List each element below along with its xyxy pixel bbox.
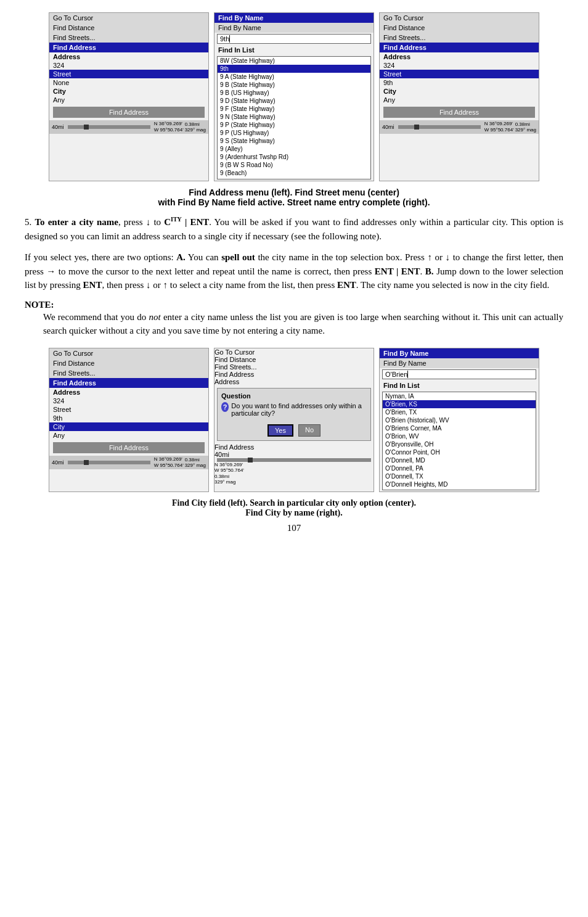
find-distance-bot-center[interactable]: Find Distance	[214, 356, 374, 363]
find-streets-bot-left[interactable]: Find Streets...	[49, 368, 208, 378]
list-item-9alley[interactable]: 9 (Alley)	[218, 145, 370, 153]
city-obrion-wv[interactable]: O'Brion, WV	[383, 432, 536, 440]
city-nyman[interactable]: Nyman, IA	[383, 392, 536, 400]
find-address-btn-bot-center[interactable]: Find Address	[214, 443, 374, 451]
scale-left-top-right: 40mi	[382, 124, 394, 130]
city-obryonsville[interactable]: O'Bryonsville, OH	[383, 440, 536, 448]
find-by-name-row-center: Find By Name	[214, 23, 374, 33]
search-input-center[interactable]: 9th	[217, 34, 371, 44]
yes-button[interactable]: Yes	[267, 424, 293, 437]
coords-top-left: N 36°09.269' W 95°50.764'	[154, 121, 184, 133]
cursor-city	[407, 371, 408, 378]
list-item-9f[interactable]: 9 F (State Highway)	[218, 105, 370, 113]
list-item-9d[interactable]: 9 D (State Highway)	[218, 97, 370, 105]
scale-left-top-left: 40mi	[52, 124, 64, 130]
scale-mi-bot-center: 0.38mi 329° mag	[214, 474, 374, 485]
goto-cursor-top-left[interactable]: Go To Cursor	[49, 13, 208, 23]
list-item-9p-state[interactable]: 9 P (State Highway)	[218, 121, 370, 129]
city-list-box[interactable]: Nyman, IA O'Brien, KS O'Brien, TX O'Brie…	[382, 392, 536, 490]
city-odonnell-heights[interactable]: O'Donnell Heights, MD	[383, 480, 536, 488]
find-distance-top-right[interactable]: Find Distance	[380, 23, 539, 33]
find-streets-top-left[interactable]: Find Streets...	[49, 33, 208, 43]
scale-mi-top-right: 0.38mi 329° mag	[515, 121, 536, 133]
list-item-9ardenhurst[interactable]: 9 (Ardenhurst Twshp Rd)	[218, 153, 370, 161]
city-input-value: O'Brien	[385, 371, 407, 378]
list-item-9bws[interactable]: 9 (B W S Road No)	[218, 161, 370, 169]
input-value-center: 9th	[220, 35, 229, 43]
caption-top-line1: Find Address menu (left). Find Street me…	[25, 187, 563, 197]
find-streets-top-right[interactable]: Find Streets...	[380, 33, 539, 43]
no-button[interactable]: No	[298, 424, 321, 437]
p1-city-ent: CITY | ENT	[164, 217, 209, 227]
9th-value-top-right: 9th	[380, 78, 539, 87]
list-item-9n[interactable]: 9 N (State Highway)	[218, 113, 370, 121]
street-label-top-right: Street	[380, 70, 539, 78]
city-odonnell-md[interactable]: O'Donnell, MD	[383, 456, 536, 464]
address-label-bot-left: Address	[49, 388, 208, 397]
city-odonnell-tx[interactable]: O'Donnell, TX	[383, 472, 536, 480]
find-address-header-bot-left: Find Address	[49, 378, 208, 388]
city-obriens-corner[interactable]: O'Briens Corner, MA	[383, 424, 536, 432]
p2-ent3: ENT	[337, 280, 356, 290]
question-icon: ?	[221, 402, 229, 412]
find-by-name-header-center: Find By Name	[214, 13, 374, 23]
list-item-9b-state[interactable]: 9 B (State Highway)	[218, 81, 370, 89]
list-item-9a[interactable]: 9 A (State Highway)	[218, 73, 370, 81]
slider-top-left	[68, 125, 150, 129]
map-bar-top-right: 40mi N 36°09.269' W 95°50.764' 0.38mi 32…	[380, 120, 539, 134]
slider-top-right	[398, 125, 481, 129]
question-box: Question ? Do you want to find addresses…	[217, 388, 371, 441]
9th-value-bot-left: 9th	[49, 414, 208, 422]
find-by-name-header-bot-right: Find By Name	[380, 348, 539, 358]
find-address-btn-bot-left[interactable]: Find Address	[53, 442, 205, 453]
note-not: not	[149, 312, 161, 322]
street-list-center[interactable]: 8W (State Highway) 9th 9 A (State Highwa…	[217, 56, 371, 179]
address-label-top-left: Address	[49, 52, 208, 61]
address-label-top-right: Address	[380, 52, 539, 61]
p1-bold: To enter a city name	[35, 217, 118, 227]
caption-bottom: Find City field (left). Search in partic…	[25, 498, 563, 518]
list-item-9th[interactable]: 9th	[218, 65, 370, 73]
caption-bottom-line2: Find City by name (right).	[25, 508, 563, 518]
coords-top-right: N 36°09.269' W 95°50.764'	[484, 121, 514, 133]
address-value-bot-left: 324	[49, 397, 208, 405]
page-number: 107	[25, 523, 563, 533]
city-label-top-right: City	[380, 87, 539, 96]
any-value-top-right: Any	[380, 96, 539, 104]
p2-ent2: ENT	[83, 280, 102, 290]
find-streets-bot-center[interactable]: Find Streets...	[214, 363, 374, 371]
city-ofallon-il[interactable]: O'Fallon, IL	[383, 488, 536, 490]
city-obrien-hist-wv[interactable]: O'Brien (historical), WV	[383, 416, 536, 424]
find-address-btn-top-left[interactable]: Find Address	[53, 107, 205, 118]
city-search-input[interactable]: O'Brien	[382, 369, 536, 379]
address-value-top-right: 324	[380, 61, 539, 70]
goto-cursor-bot-center[interactable]: Go To Cursor	[214, 348, 374, 356]
list-item-9beach[interactable]: 9 (Beach)	[218, 169, 370, 177]
caption-bottom-line1: Find City field (left). Search in partic…	[25, 498, 563, 508]
city-obrien-tx[interactable]: O'Brien, TX	[383, 408, 536, 416]
slider-bot-left	[68, 461, 150, 464]
list-item-8w[interactable]: 8W (State Highway)	[218, 57, 370, 65]
coord-n-top-left: N 36°09.269'	[154, 121, 184, 127]
list-item-9b-us[interactable]: 9 B (US Highway)	[218, 89, 370, 97]
find-in-list-label-center: Find In List	[214, 45, 374, 55]
find-address-header-top-right: Find Address	[380, 43, 539, 52]
goto-cursor-top-right[interactable]: Go To Cursor	[380, 13, 539, 23]
address-value-top-left: 324	[49, 61, 208, 70]
any-value-top-left: Any	[49, 96, 208, 104]
find-distance-bot-left[interactable]: Find Distance	[49, 358, 208, 368]
map-bar-bot-center: 40mi N 36°09.269' W 95°50.764' 0.38mi 32…	[214, 451, 374, 485]
body-paragraph-2: If you select yes, there are two options…	[25, 250, 563, 292]
street-label-top-left: Street	[49, 70, 208, 78]
slider-bot-center	[217, 458, 371, 462]
goto-cursor-bot-left[interactable]: Go To Cursor	[49, 348, 208, 358]
list-item-9p-us[interactable]: 9 P (US Highway)	[218, 129, 370, 137]
city-oconnor-point[interactable]: O'Connor Point, OH	[383, 448, 536, 456]
city-odonnell-pa[interactable]: O'Donnell, PA	[383, 464, 536, 472]
city-obrien-ks[interactable]: O'Brien, KS	[383, 400, 536, 408]
top-left-panel: Go To Cursor Find Distance Find Streets.…	[49, 12, 209, 181]
find-distance-top-left[interactable]: Find Distance	[49, 23, 208, 33]
list-item-9s[interactable]: 9 S (State Highway)	[218, 137, 370, 145]
yes-no-row: Yes No	[221, 424, 367, 437]
find-address-btn-top-right[interactable]: Find Address	[383, 107, 535, 118]
